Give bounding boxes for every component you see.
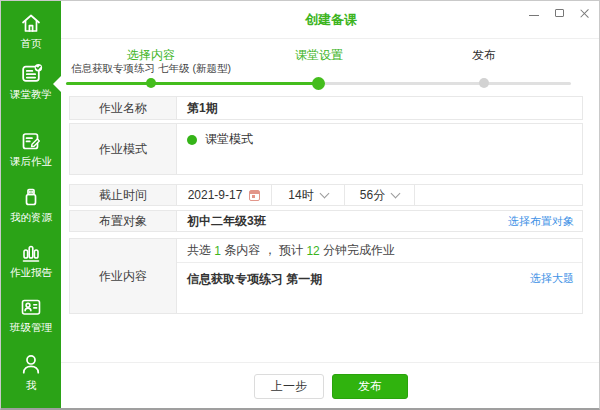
- app-window: 首页 课堂教学 课后作业: [0, 0, 600, 410]
- class-management-icon: [1, 295, 61, 319]
- homework-name-row: 作业名称 第1期: [69, 96, 583, 120]
- estimated-minutes: 12: [306, 244, 319, 258]
- assign-target-row: 布置对象 初中二年级3班 选择布置对象: [69, 210, 583, 232]
- my-resources-icon: [1, 185, 61, 209]
- footer-divider: [61, 362, 600, 363]
- hour-select[interactable]: 14时: [272, 185, 345, 205]
- chevron-down-icon: [319, 188, 329, 198]
- sidebar-item-class-management[interactable]: 班级管理: [1, 295, 61, 335]
- hour-value: 14时: [288, 187, 313, 204]
- step-dot-current: [312, 77, 325, 90]
- date-picker[interactable]: 2021-9-17: [177, 185, 272, 205]
- step-class-settings: 课堂设置: [259, 47, 379, 64]
- step-publish: 发布: [424, 47, 544, 64]
- assign-target-value: 初中二年级3班: [177, 213, 508, 230]
- select-target-link[interactable]: 选择布置对象: [508, 214, 574, 229]
- sidebar-item-label: 课堂教学: [1, 88, 61, 102]
- homework-content-label: 作业内容: [70, 239, 177, 313]
- homework-name-label: 作业名称: [70, 97, 177, 119]
- sidebar-item-label: 作业报告: [1, 266, 61, 280]
- active-item-notch: [53, 76, 61, 92]
- step-dot-done: [146, 78, 156, 88]
- previous-step-button[interactable]: 上一步: [254, 374, 324, 399]
- summary-mid: 条内容 ， 预计: [221, 242, 306, 259]
- select-questions-link[interactable]: 选择大题: [530, 271, 574, 286]
- minute-select[interactable]: 56分: [345, 185, 415, 205]
- step-select-content-subtitle: 信息获取专项练习 七年级 (新题型): [41, 62, 261, 76]
- homework-mode-row: 作业模式 课堂模式: [69, 123, 583, 175]
- sidebar-item-label: 班级管理: [1, 321, 61, 335]
- home-icon: [1, 11, 61, 35]
- selected-count: 1: [214, 244, 221, 258]
- after-class-homework-icon: [1, 129, 61, 153]
- date-value: 2021-9-17: [188, 188, 243, 202]
- sidebar-item-after-class-homework[interactable]: 课后作业: [1, 129, 61, 169]
- sidebar-item-label: 我: [1, 379, 61, 393]
- me-icon: [1, 351, 61, 377]
- deadline-label: 截止时间: [70, 185, 177, 205]
- sidebar-item-label: 课后作业: [1, 155, 61, 169]
- sidebar-item-homework-report[interactable]: 作业报告: [1, 240, 61, 280]
- radio-selected-icon: [187, 135, 197, 145]
- homework-mode-label: 作业模式: [70, 124, 177, 174]
- content-summary: 共选 1 条内容 ， 预计 12 分钟完成作业: [177, 239, 582, 263]
- assign-target-label: 布置对象: [70, 211, 177, 231]
- chevron-down-icon: [391, 188, 401, 198]
- classroom-mode-radio[interactable]: 课堂模式: [177, 124, 582, 155]
- page-title: 创建备课: [61, 1, 600, 39]
- publish-button[interactable]: 发布: [332, 374, 408, 399]
- summary-suffix: 分钟完成作业: [320, 242, 395, 259]
- sidebar-item-me[interactable]: 我: [1, 351, 61, 393]
- homework-name-input[interactable]: 第1期: [177, 97, 582, 119]
- stepper-progress: [66, 82, 319, 85]
- content-item-title: 信息获取专项练习 第一期: [187, 271, 530, 288]
- classroom-mode-option-label: 课堂模式: [205, 131, 253, 148]
- header: 创建备课: [61, 1, 600, 39]
- close-icon[interactable]: [580, 9, 589, 18]
- maximize-icon[interactable]: [555, 9, 564, 17]
- step-dot-pending: [479, 78, 489, 88]
- sidebar-item-my-resources[interactable]: 我的资源: [1, 185, 61, 225]
- homework-report-icon: [1, 240, 61, 264]
- window-controls: [529, 1, 589, 25]
- summary-prefix: 共选: [187, 242, 214, 259]
- calendar-icon: [249, 190, 260, 201]
- homework-content-row: 作业内容 共选 1 条内容 ， 预计 12 分钟完成作业 信息获取专项练习 第一…: [69, 238, 583, 314]
- sidebar-item-label: 首页: [1, 37, 61, 51]
- sidebar-item-home[interactable]: 首页: [1, 11, 61, 51]
- sidebar-item-label: 我的资源: [1, 211, 61, 225]
- minimize-icon[interactable]: [529, 15, 539, 16]
- minute-value: 56分: [360, 187, 385, 204]
- deadline-row: 截止时间 2021-9-17 14时 56分: [69, 184, 583, 206]
